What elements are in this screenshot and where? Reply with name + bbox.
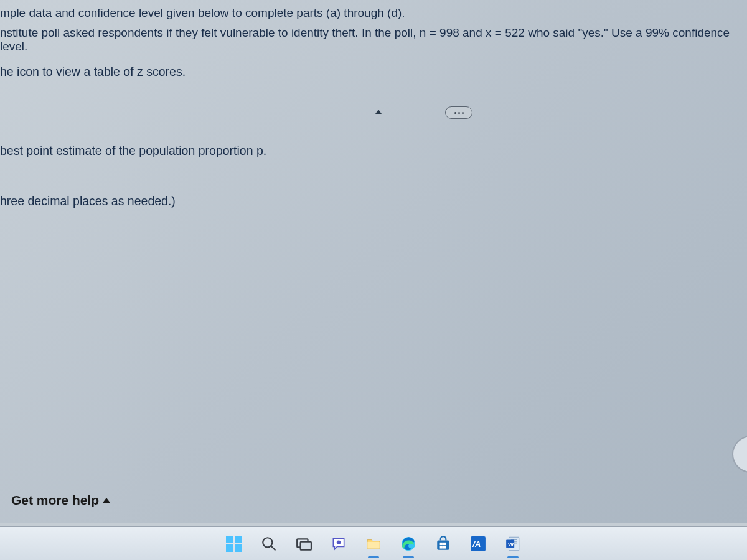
search-icon [261, 536, 277, 552]
get-more-help-button[interactable]: Get more help [5, 482, 116, 511]
ellipsis-icon [454, 112, 464, 114]
svg-text:W: W [508, 540, 514, 547]
edge-button[interactable] [398, 533, 419, 554]
windows-logo-icon [226, 536, 242, 552]
file-explorer-button[interactable] [363, 533, 384, 554]
svg-rect-5 [367, 541, 380, 548]
svg-rect-10 [440, 546, 443, 548]
instruction-line-1: mple data and confidence level given bel… [0, 6, 747, 26]
windows-taskbar: /A W [0, 526, 747, 560]
task-view-icon [296, 536, 312, 552]
divider-line [0, 113, 747, 113]
more-options-button[interactable] [445, 106, 472, 119]
svg-point-4 [337, 540, 341, 544]
svg-rect-9 [443, 542, 446, 544]
svg-rect-11 [443, 546, 446, 548]
part-a-prompt: best point estimate of the population pr… [0, 144, 747, 158]
z-score-link-line[interactable]: he icon to view a table of z scores. [0, 65, 747, 84]
chevron-up-icon [103, 498, 110, 503]
svg-rect-3 [301, 541, 311, 549]
task-view-button[interactable] [293, 533, 314, 554]
microsoft-store-button[interactable] [433, 533, 454, 554]
instruction-line-2: nstitute poll asked respondents if they … [0, 26, 747, 62]
folder-icon [365, 536, 382, 552]
start-button[interactable] [223, 533, 245, 554]
word-button[interactable]: W [502, 533, 524, 554]
section-divider [0, 106, 747, 120]
rounding-hint: hree decimal places as needed.) [0, 194, 747, 208]
app-la-button[interactable]: /A [467, 533, 489, 554]
chat-icon [331, 536, 347, 552]
get-more-help-label: Get more help [11, 493, 99, 508]
edge-icon [400, 536, 416, 552]
app-la-icon: /A [470, 536, 486, 552]
chat-button[interactable] [328, 533, 349, 554]
svg-line-1 [271, 546, 275, 550]
search-button[interactable] [258, 533, 280, 554]
word-icon: W [505, 536, 521, 552]
right-edge-handle[interactable] [732, 436, 747, 473]
question-panel: mple data and confidence level given bel… [0, 0, 747, 523]
store-icon [435, 536, 451, 552]
svg-rect-8 [440, 542, 443, 544]
svg-text:/A: /A [472, 539, 481, 549]
